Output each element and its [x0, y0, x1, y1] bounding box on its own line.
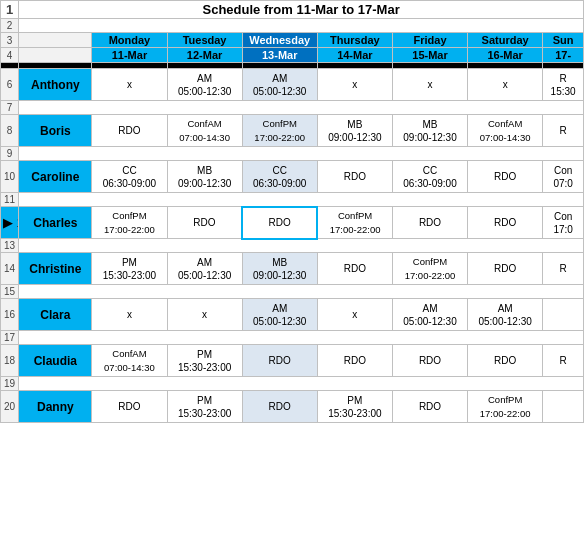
- boris-tue: ConfAM07:00-14:30: [167, 115, 242, 147]
- anthony-sun: R15:30: [543, 69, 584, 101]
- clara-sun: [543, 299, 584, 331]
- saturday-date: 16-Mar: [468, 48, 543, 63]
- charles-wed[interactable]: RDO: [242, 207, 317, 239]
- danny-wed: RDO: [242, 391, 317, 423]
- claudia-name: Claudia: [19, 345, 92, 377]
- charles-fri: RDO: [392, 207, 467, 239]
- christine-wed: MB09:00-12:30: [242, 253, 317, 285]
- christine-name: Christine: [19, 253, 92, 285]
- boris-thu: MB09:00-12:30: [317, 115, 392, 147]
- danny-thu: PM15:30-23:00: [317, 391, 392, 423]
- row-num-4: 4: [1, 48, 19, 63]
- spreadsheet-title: Schedule from 11-Mar to 17-Mar: [19, 1, 584, 19]
- clara-wed: AM05:00-12:30: [242, 299, 317, 331]
- charles-sun: Con17:0: [543, 207, 584, 239]
- christine-row: 14 Christine PM15:30-23:00 AM05:00-12:30…: [1, 253, 584, 285]
- boris-sat: ConfAM07:00-14:30: [468, 115, 543, 147]
- clara-thu: x: [317, 299, 392, 331]
- tuesday-date: 12-Mar: [167, 48, 242, 63]
- christine-sat: RDO: [468, 253, 543, 285]
- danny-tue: PM15:30-23:00: [167, 391, 242, 423]
- caroline-wed: CC06:30-09:00: [242, 161, 317, 193]
- monday-header: Monday: [92, 33, 167, 48]
- christine-tue: AM05:00-12:30: [167, 253, 242, 285]
- christine-thu: RDO: [317, 253, 392, 285]
- clara-mon: x: [92, 299, 167, 331]
- empty-row-9: 9: [1, 147, 584, 161]
- christine-fri: ConfPM17:00-22:00: [392, 253, 467, 285]
- caroline-mon: CC06:30-09:00: [92, 161, 167, 193]
- row-num-2: 2: [1, 19, 19, 33]
- claudia-tue: PM15:30-23:00: [167, 345, 242, 377]
- boris-fri: MB09:00-12:30: [392, 115, 467, 147]
- empty-row-11: 11: [1, 193, 584, 207]
- title-row: 1 Schedule from 11-Mar to 17-Mar: [1, 1, 584, 19]
- anthony-fri: x: [392, 69, 467, 101]
- danny-name: Danny: [19, 391, 92, 423]
- clara-name: Clara: [19, 299, 92, 331]
- clara-fri: AM05:00-12:30: [392, 299, 467, 331]
- claudia-sat: RDO: [468, 345, 543, 377]
- danny-sat: ConfPM17:00-22:00: [468, 391, 543, 423]
- empty-row-15: 15: [1, 285, 584, 299]
- row-num-3: 3: [1, 33, 19, 48]
- saturday-header: Saturday: [468, 33, 543, 48]
- empty-row-7: 7: [1, 101, 584, 115]
- charles-mon: ConfPM17:00-22:00: [92, 207, 167, 239]
- clara-sat: AM05:00-12:30: [468, 299, 543, 331]
- thursday-header: Thursday: [317, 33, 392, 48]
- boris-row: 8 Boris RDO ConfAM07:00-14:30 ConfPM17:0…: [1, 115, 584, 147]
- anthony-row: 6 Anthony x AM05:00-12:30 AM05:00-12:30 …: [1, 69, 584, 101]
- anthony-mon: x: [92, 69, 167, 101]
- danny-sun: [543, 391, 584, 423]
- anthony-thu: x: [317, 69, 392, 101]
- sunday-date: 17-: [543, 48, 584, 63]
- monday-date: 11-Mar: [92, 48, 167, 63]
- claudia-wed: RDO: [242, 345, 317, 377]
- caroline-sun: Con07:0: [543, 161, 584, 193]
- christine-mon: PM15:30-23:00: [92, 253, 167, 285]
- caroline-row: 10 Caroline CC06:30-09:00 MB09:00-12:30 …: [1, 161, 584, 193]
- charles-tue: RDO: [167, 207, 242, 239]
- date-row: 4 11-Mar 12-Mar 13-Mar 14-Mar 15-Mar 16-…: [1, 48, 584, 63]
- claudia-fri: RDO: [392, 345, 467, 377]
- claudia-mon: ConfAM07:00-14:30: [92, 345, 167, 377]
- anthony-wed: AM05:00-12:30: [242, 69, 317, 101]
- christine-sun: R: [543, 253, 584, 285]
- thursday-date: 14-Mar: [317, 48, 392, 63]
- boris-sun: R: [543, 115, 584, 147]
- empty-row-19: 19: [1, 377, 584, 391]
- anthony-tue: AM05:00-12:30: [167, 69, 242, 101]
- danny-fri: RDO: [392, 391, 467, 423]
- empty-row-2: 2: [1, 19, 584, 33]
- charles-thu: ConfPM17:00-22:00: [317, 207, 392, 239]
- caroline-tue: MB09:00-12:30: [167, 161, 242, 193]
- empty-row-17: 17: [1, 331, 584, 345]
- row-num-1: 1: [1, 1, 19, 19]
- boris-wed: ConfPM17:00-22:00: [242, 115, 317, 147]
- anthony-name: Anthony: [19, 69, 92, 101]
- danny-mon: RDO: [92, 391, 167, 423]
- caroline-sat: RDO: [468, 161, 543, 193]
- charles-sat: RDO: [468, 207, 543, 239]
- friday-date: 15-Mar: [392, 48, 467, 63]
- claudia-sun: R: [543, 345, 584, 377]
- empty-row-13: 13: [1, 239, 584, 253]
- tuesday-header: Tuesday: [167, 33, 242, 48]
- clara-tue: x: [167, 299, 242, 331]
- danny-row: 20 Danny RDO PM15:30-23:00 RDO PM15:30-2…: [1, 391, 584, 423]
- sunday-header: Sun: [543, 33, 584, 48]
- charles-name: Charles: [19, 207, 92, 239]
- clara-row: 16 Clara x x AM05:00-12:30 x AM05:00-12:…: [1, 299, 584, 331]
- boris-name: Boris: [19, 115, 92, 147]
- friday-header: Friday: [392, 33, 467, 48]
- caroline-fri: CC06:30-09:00: [392, 161, 467, 193]
- caroline-thu: RDO: [317, 161, 392, 193]
- claudia-thu: RDO: [317, 345, 392, 377]
- spreadsheet: 1 Schedule from 11-Mar to 17-Mar 2 3 Mon…: [0, 0, 584, 423]
- wednesday-date: 13-Mar: [242, 48, 317, 63]
- row-arrow-12: ▶ 12: [1, 207, 19, 239]
- claudia-row: 18 Claudia ConfAM07:00-14:30 PM15:30-23:…: [1, 345, 584, 377]
- caroline-name: Caroline: [19, 161, 92, 193]
- anthony-sat: x: [468, 69, 543, 101]
